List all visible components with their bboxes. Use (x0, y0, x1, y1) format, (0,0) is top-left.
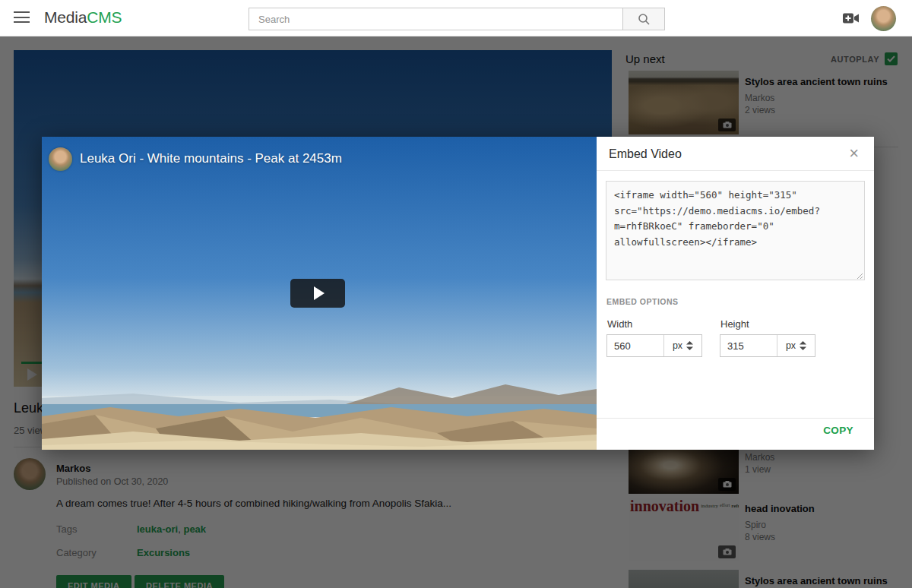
width-field-group: px (606, 334, 702, 357)
embed-code-textarea[interactable]: <iframe width="560" height="315" src="ht… (606, 181, 865, 280)
dialog-title: Embed Video (609, 147, 682, 161)
copy-button[interactable]: COPY (823, 425, 853, 436)
page: MediaCMS Leuka Ori - White mountains - P… (0, 0, 912, 588)
height-input[interactable] (720, 335, 777, 356)
embed-video-dialog: Leuka Ori - White mountains - Peak at 24… (42, 137, 874, 450)
logo[interactable]: MediaCMS (44, 8, 122, 27)
width-label: Width (607, 318, 632, 330)
embed-options-label: EMBED OPTIONS (606, 297, 679, 306)
divider (597, 170, 874, 171)
hamburger-menu-icon[interactable] (14, 11, 30, 24)
width-unit-select[interactable]: px (663, 335, 701, 356)
spinner-arrows-icon (686, 341, 693, 350)
width-unit-value: px (673, 340, 682, 351)
height-label: Height (720, 318, 749, 330)
divider (597, 418, 874, 419)
logo-suffix: CMS (87, 8, 122, 26)
logo-prefix: Media (44, 8, 87, 26)
upload-video-icon[interactable] (842, 11, 860, 25)
close-icon[interactable]: × (849, 145, 859, 162)
search-input[interactable] (249, 8, 623, 30)
play-icon (314, 286, 325, 300)
height-unit-select[interactable]: px (777, 335, 815, 356)
user-avatar[interactable] (871, 6, 896, 31)
preview-play-button[interactable] (290, 279, 345, 308)
preview-author-avatar (49, 147, 72, 171)
search-icon (638, 13, 651, 26)
search-button[interactable] (623, 8, 665, 30)
preview-video-title: Leuka Ori - White mountains - Peak at 24… (80, 151, 342, 166)
search-bar (249, 8, 665, 30)
resize-handle-icon[interactable] (856, 272, 863, 280)
spinner-arrows-icon (800, 341, 806, 350)
top-bar: MediaCMS (0, 0, 912, 36)
embed-options-panel: Embed Video × <iframe width="560" height… (597, 137, 874, 450)
height-unit-value: px (786, 340, 796, 351)
embed-preview-player[interactable]: Leuka Ori - White mountains - Peak at 24… (42, 137, 597, 450)
width-input[interactable] (607, 335, 663, 356)
height-field-group: px (720, 334, 815, 357)
